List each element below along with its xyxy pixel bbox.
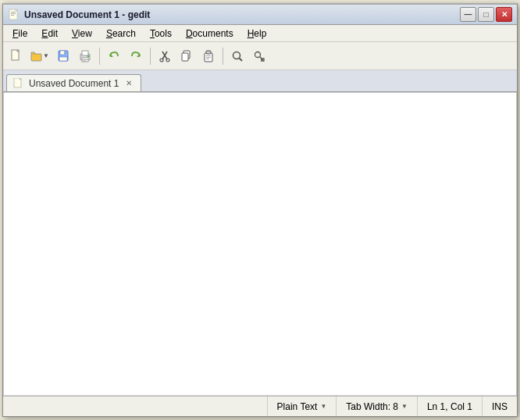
svg-rect-30: [206, 59, 209, 59]
language-dropdown-arrow: ▼: [320, 403, 326, 410]
svg-point-17: [87, 55, 89, 57]
svg-rect-28: [206, 55, 211, 56]
menu-documents[interactable]: Documents: [180, 27, 240, 41]
title-bar: Unsaved Document 1 - gedit — □ ✕: [3, 5, 517, 25]
svg-rect-7: [31, 54, 41, 61]
main-window: Unsaved Document 1 - gedit — □ ✕ File Ed…: [2, 3, 518, 417]
find-button[interactable]: [227, 46, 248, 66]
tab-close-button[interactable]: ✕: [123, 78, 134, 89]
editor-area: [3, 92, 517, 396]
toolbar-sep-3: [223, 48, 223, 65]
insert-mode-segment: INS: [482, 397, 517, 416]
svg-rect-15: [83, 59, 87, 60]
document-tab[interactable]: Unsaved Document 1 ✕: [6, 74, 141, 91]
svg-point-22: [160, 59, 163, 62]
menu-help[interactable]: Help: [241, 27, 273, 41]
svg-rect-25: [182, 53, 188, 61]
svg-rect-13: [82, 51, 88, 55]
replace-button[interactable]: [249, 46, 269, 66]
tab-width-label: Tab Width: 8: [346, 401, 398, 412]
app-icon: [8, 9, 20, 21]
cut-button[interactable]: [155, 46, 175, 66]
menu-file[interactable]: File: [6, 27, 34, 41]
svg-point-23: [166, 59, 169, 62]
close-button[interactable]: ✕: [496, 7, 512, 22]
tab-bar: Unsaved Document 1 ✕: [3, 70, 517, 92]
title-bar-buttons: — □ ✕: [460, 7, 512, 22]
menu-bar: File Edit View Search Tools Documents He…: [3, 25, 517, 42]
menu-edit[interactable]: Edit: [35, 27, 64, 41]
svg-rect-10: [59, 57, 67, 61]
minimize-button[interactable]: —: [460, 7, 476, 22]
cursor-position: Ln 1, Col 1: [427, 401, 472, 412]
redo-button[interactable]: [126, 46, 146, 66]
paste-button[interactable]: [198, 46, 219, 66]
new-button[interactable]: [6, 46, 27, 66]
copy-button[interactable]: [176, 46, 197, 66]
insert-mode-label: INS: [492, 401, 508, 412]
title-bar-left: Unsaved Document 1 - gedit: [8, 9, 150, 21]
svg-point-33: [255, 52, 261, 57]
toolbar-sep-2: [150, 48, 151, 65]
svg-rect-27: [206, 51, 211, 54]
svg-rect-1: [11, 12, 16, 12]
undo-button[interactable]: [104, 46, 124, 66]
language-segment[interactable]: Plain Text ▼: [267, 397, 337, 416]
svg-rect-2: [11, 13, 16, 14]
menu-search[interactable]: Search: [100, 27, 142, 41]
menu-tools[interactable]: Tools: [144, 27, 178, 41]
svg-rect-11: [64, 52, 66, 55]
svg-rect-16: [83, 60, 86, 61]
print-button[interactable]: [75, 46, 95, 66]
status-bar: Plain Text ▼ Tab Width: 8 ▼ Ln 1, Col 1 …: [3, 396, 517, 416]
maximize-button[interactable]: □: [478, 7, 494, 22]
menu-view[interactable]: View: [66, 27, 98, 41]
tab-width-dropdown-arrow: ▼: [401, 403, 408, 410]
open-button[interactable]: ▼: [28, 46, 52, 66]
toolbar: ▼: [3, 42, 517, 70]
position-segment: Ln 1, Col 1: [417, 397, 482, 416]
toolbar-sep-1: [99, 48, 100, 65]
svg-rect-3: [11, 15, 14, 16]
tab-width-segment[interactable]: Tab Width: 8 ▼: [336, 397, 417, 416]
editor-textarea[interactable]: [4, 93, 516, 395]
window-title: Unsaved Document 1 - gedit: [24, 9, 150, 20]
save-button[interactable]: [53, 46, 73, 66]
language-label: Plain Text: [277, 401, 318, 412]
svg-line-32: [240, 58, 243, 61]
tab-label: Unsaved Document 1: [29, 78, 119, 89]
svg-rect-29: [206, 57, 211, 58]
svg-point-31: [233, 52, 240, 59]
